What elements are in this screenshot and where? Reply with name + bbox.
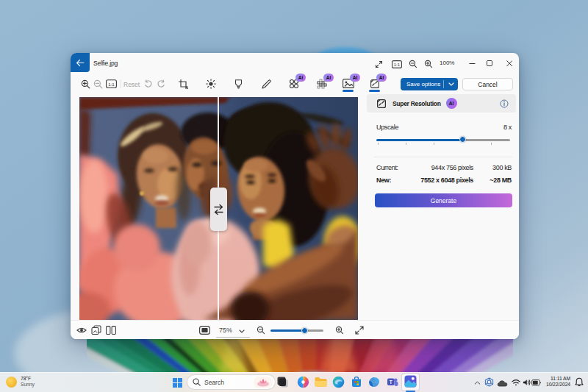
svg-text:1:1: 1:1 [108, 82, 115, 87]
svg-text:T: T [390, 379, 392, 385]
svg-text:1:1: 1:1 [393, 62, 400, 66]
